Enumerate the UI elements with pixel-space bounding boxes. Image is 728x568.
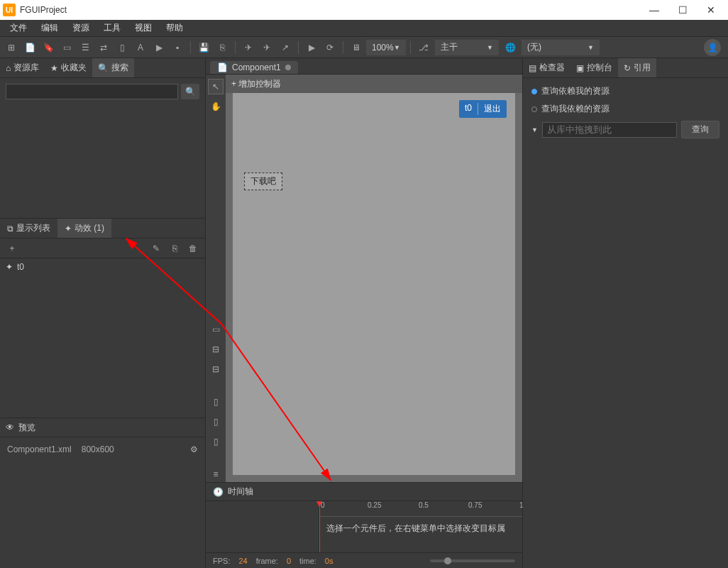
- separator: [410, 41, 411, 54]
- globe-icon[interactable]: 🌐: [502, 39, 519, 56]
- minimize-button[interactable]: —: [640, 0, 668, 20]
- monitor-icon[interactable]: 🖥: [348, 39, 365, 56]
- animation-controls[interactable]: t0 退出: [459, 100, 507, 118]
- align-icon[interactable]: ⊟: [208, 361, 224, 377]
- edit-icon[interactable]: ✎: [148, 241, 164, 256]
- preview-size: 800x600: [82, 444, 114, 454]
- document-tab[interactable]: 📄 Component1: [210, 61, 298, 74]
- list-icon[interactable]: ☰: [77, 39, 94, 56]
- drop-target-input[interactable]: [542, 122, 677, 138]
- text-icon[interactable]: A: [132, 39, 149, 56]
- align-icon[interactable]: ▯: [208, 434, 224, 449]
- search-button[interactable]: 🔍: [181, 84, 199, 99]
- movie-icon[interactable]: ▶: [150, 39, 167, 56]
- canvas-tools: ↖ ✋ ▭ ⊟ ⊟ ▯ ▯ ▯ ≡: [206, 75, 226, 482]
- menu-file[interactable]: 文件: [3, 20, 34, 37]
- branch-icon[interactable]: ⎇: [415, 39, 432, 56]
- timeline-footer: FPS:24 frame:0 time:0s: [206, 552, 522, 568]
- menu-edit[interactable]: 编辑: [34, 20, 65, 37]
- menu-view[interactable]: 视图: [128, 20, 159, 37]
- tab-search[interactable]: 🔍搜索: [92, 58, 134, 77]
- timeline-tracks[interactable]: [206, 501, 319, 552]
- tab-animations[interactable]: ✦动效 (1): [57, 219, 111, 238]
- timeline-hint: 选择一个元件后，在右键菜单中选择改变目标属: [326, 523, 505, 535]
- left-panel: ⌂资源库 ★收藏夹 🔍搜索 🔍 ⧉显示列表 ✦动效 (1) + ✎ ⎘ 🗑 ✦ …: [0, 58, 206, 568]
- file-icon[interactable]: 📄: [21, 39, 38, 56]
- locale-select[interactable]: (无)▼: [522, 40, 600, 55]
- scroll-icon[interactable]: ⇄: [95, 39, 112, 56]
- battery-icon[interactable]: ▯: [114, 39, 131, 56]
- exit-button[interactable]: 退出: [484, 103, 501, 115]
- radio-icon: [531, 89, 537, 94]
- canvas-area[interactable]: + 增加控制器 t0 退出 下载吧: [226, 75, 522, 482]
- center-panel: 📄 Component1 ↖ ✋ ▭ ⊟ ⊟ ▯ ▯ ▯ ≡: [206, 58, 522, 568]
- menu-resource[interactable]: 资源: [65, 20, 96, 37]
- menu-help[interactable]: 帮助: [159, 20, 190, 37]
- file-icon: 📄: [217, 62, 228, 72]
- tab-favorites[interactable]: ★收藏夹: [45, 58, 92, 77]
- separator: [343, 41, 343, 54]
- asset-tree[interactable]: [0, 105, 205, 219]
- tab-assets[interactable]: ⌂资源库: [0, 58, 45, 77]
- tab-inspector[interactable]: ▤检查器: [523, 58, 570, 77]
- search-icon: 🔍: [98, 63, 109, 73]
- delete-icon[interactable]: 🗑: [185, 241, 201, 256]
- upload-icon[interactable]: ↗: [277, 39, 294, 56]
- tab-display-list[interactable]: ⧉显示列表: [0, 219, 57, 238]
- time-value: 0s: [325, 557, 333, 565]
- maximize-button[interactable]: ☐: [668, 0, 697, 20]
- search-input[interactable]: [6, 84, 178, 99]
- refresh-icon[interactable]: ⟳: [321, 39, 338, 56]
- save-icon[interactable]: 💾: [195, 39, 212, 56]
- canvas[interactable]: [233, 93, 515, 475]
- play-icon[interactable]: ▶: [303, 39, 320, 56]
- folder-icon[interactable]: ▪: [169, 39, 186, 56]
- app-logo-icon: UI: [3, 4, 16, 16]
- menu-tool[interactable]: 工具: [96, 20, 128, 37]
- close-button[interactable]: ✕: [697, 0, 725, 20]
- timeline-zoom-slider[interactable]: [430, 559, 515, 562]
- gear-icon[interactable]: ⚙: [190, 444, 198, 454]
- distribute-icon[interactable]: ≡: [208, 466, 224, 482]
- align-icon[interactable]: ⊟: [208, 342, 224, 357]
- branch-select[interactable]: 主干▼: [435, 40, 499, 55]
- tab-console[interactable]: ▣控制台: [570, 58, 618, 77]
- timeline-ruler[interactable]: 0 0.25 0.5 0.75 1: [319, 501, 522, 517]
- radio-i-depend-on[interactable]: 查询我依赖的资源: [531, 103, 719, 115]
- align-icon[interactable]: ▭: [208, 322, 224, 337]
- align-icon[interactable]: ▯: [208, 414, 224, 430]
- titlebar: UI FGUIProject — ☐ ✕: [0, 0, 728, 20]
- add-button[interactable]: +: [4, 241, 20, 256]
- radio-depends-on-me[interactable]: 查询依赖我的资源: [531, 85, 719, 97]
- inspector-icon: ▤: [529, 63, 536, 73]
- new-icon[interactable]: ⊞: [3, 39, 20, 56]
- save-all-icon[interactable]: ⎘: [214, 39, 231, 56]
- sparkle-icon: ✦: [6, 262, 13, 272]
- selected-element[interactable]: 下载吧: [244, 173, 282, 190]
- query-button[interactable]: 查询: [681, 121, 719, 138]
- hand-tool-icon[interactable]: ✋: [208, 99, 224, 114]
- publish-all-icon[interactable]: ✈: [258, 39, 275, 56]
- preview-info: Component1.xml 800x600 ⚙: [0, 437, 205, 462]
- zoom-select[interactable]: 100%▼: [366, 40, 406, 55]
- sparkle-icon: ✦: [65, 224, 72, 234]
- animation-list[interactable]: ✦ t0: [0, 258, 205, 417]
- align-icon[interactable]: ▯: [208, 394, 224, 410]
- user-avatar-icon[interactable]: 👤: [704, 39, 721, 56]
- publish-icon[interactable]: ✈: [240, 39, 257, 56]
- chevron-down-icon[interactable]: ▼: [531, 126, 538, 133]
- button-icon[interactable]: ▭: [58, 39, 75, 56]
- add-controller-button[interactable]: + 增加控制器: [231, 78, 281, 90]
- playhead[interactable]: [319, 501, 320, 552]
- list-item[interactable]: ✦ t0: [0, 258, 205, 275]
- bookmark-icon[interactable]: 🔖: [40, 39, 57, 56]
- separator: [298, 41, 299, 54]
- copy-icon[interactable]: ⎘: [167, 241, 182, 256]
- controller-bar: + 增加控制器: [226, 75, 522, 93]
- modified-dot-icon: [285, 65, 291, 70]
- separator: [190, 41, 191, 54]
- timeline-ruler-area[interactable]: 0 0.25 0.5 0.75 1 选择一个元件后，在右键菜单中选择改变目标属: [319, 501, 522, 552]
- window-title: FGUIProject: [20, 5, 640, 15]
- tab-references[interactable]: ↻引用: [618, 58, 656, 77]
- pointer-tool-icon[interactable]: ↖: [208, 79, 224, 94]
